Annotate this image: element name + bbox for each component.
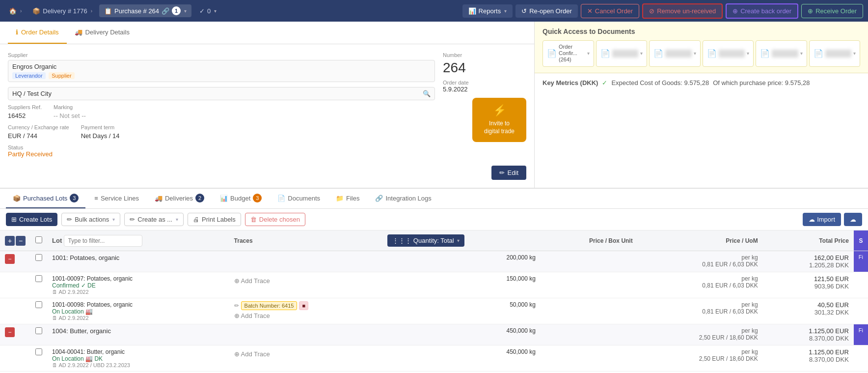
doc-blurred-3 [719, 50, 745, 57]
btab-documents-icon: 📄 [277, 195, 285, 202]
reports-icon: 📊 [468, 7, 476, 15]
btab-deliveries[interactable]: 🚚 Deliveries 2 [148, 189, 211, 208]
child-price-uom-2a: per kg2,50 EUR / 18,60 DKK [638, 345, 763, 372]
expand-all-button[interactable]: + [5, 236, 15, 246]
child-qty-1a: 150,000 kg [382, 272, 541, 298]
row-expand-1[interactable]: − [5, 254, 15, 264]
payment-value: Net Days / 14 [81, 132, 120, 140]
remove-icon: ⊘ [649, 7, 654, 15]
group-side-2[interactable]: Fi [854, 324, 868, 345]
lot-filter-input[interactable] [64, 235, 142, 247]
doc-chevron-0[interactable]: ▾ [587, 51, 590, 56]
number-value: 264 [443, 60, 469, 76]
add-trace-1b[interactable]: ⊕ Add Trace [234, 312, 378, 319]
export-button[interactable]: ☁ [844, 213, 862, 226]
receive-order-button[interactable]: ⊕ Receive Order [801, 4, 863, 18]
group-side-1[interactable]: Fi [854, 251, 868, 272]
delivery-breadcrumb[interactable]: 📦 Delivery # 1776 › [28, 5, 96, 17]
doc-item-4[interactable]: 📄 ▾ [756, 40, 807, 67]
col-price-uom: Price / UoM [638, 230, 763, 251]
payment-label: Payment term [81, 124, 120, 130]
order-date-label: Order date [443, 80, 469, 86]
tab-order-details[interactable]: ℹ Order Details [8, 22, 67, 44]
btab-documents[interactable]: 📄 Documents [271, 190, 327, 208]
edit-button[interactable]: ✏ Edit [491, 166, 526, 180]
invite-digital-trade-button[interactable]: ⚡ Invite todigital trade [472, 98, 526, 142]
reopen-button[interactable]: ↺ Re-open Order [515, 4, 578, 18]
delete-chosen-button[interactable]: 🗑 Delete chosen [245, 213, 305, 226]
status-value: Partly Received [8, 150, 435, 158]
doc-item-2[interactable]: 📄 ▾ [649, 40, 701, 67]
check-nav[interactable]: ✓ 0 ▾ [194, 5, 221, 17]
table-row: − 1001: Potatoes, organic 200,000 kg per… [0, 251, 868, 272]
remove-unreceived-button[interactable]: ⊘ Remove un-received [642, 3, 723, 19]
btab-service-lines[interactable]: ≡ Service Lines [87, 190, 146, 208]
row-checkbox-cell [30, 251, 47, 272]
btab-purchased-lots[interactable]: 📦 Purchased Lots 3 [6, 189, 85, 208]
create-as-button[interactable]: ✏ Create as ... ▾ [124, 213, 184, 226]
child-traces-1b: ✏ Batch Number: 6415 ■ ⊕ Add Trace [229, 298, 382, 324]
doc-order-confirm[interactable]: 📄 Order Confir... (264) ▾ [542, 40, 594, 67]
child-lot-2a: 1004-00041: Butter, organic On Location … [47, 345, 229, 372]
import-icon: ☁ [809, 216, 815, 223]
row-checkbox-1[interactable] [35, 254, 42, 261]
doc-chevron-5[interactable]: ▾ [853, 51, 856, 56]
suppliers-ref-value: 16452 [8, 112, 42, 119]
child-side-1a [854, 272, 868, 298]
group-price-box-2 [541, 324, 638, 345]
print-labels-button[interactable]: 🖨 Print Labels [188, 213, 241, 226]
bulk-actions-button[interactable]: ✏ Bulk actions ▾ [61, 213, 120, 226]
doc-chevron-1[interactable]: ▾ [640, 51, 643, 56]
print-icon: 🖨 [193, 216, 199, 223]
doc-chevron-4[interactable]: ▾ [800, 51, 803, 56]
lots-table: + − Lot Traces [0, 230, 868, 373]
purchase-nav[interactable]: 📋 Purchase # 264 🔗 1 ▾ [99, 4, 191, 17]
row-expand-2[interactable]: − [5, 327, 15, 337]
btab-integration-logs[interactable]: 🔗 Integration Logs [368, 190, 438, 208]
import-button[interactable]: ☁ Import [803, 213, 841, 226]
btab-files[interactable]: 📁 Files [329, 190, 366, 208]
reports-button[interactable]: 📊 Reports ▾ [462, 4, 513, 18]
check-badge: 0 [207, 7, 211, 15]
child-checkbox-1b[interactable] [35, 301, 42, 308]
receive-icon: ⊕ [808, 7, 813, 15]
btab-budget-badge: 3 [253, 194, 262, 202]
create-lots-button[interactable]: ⊞ Create Lots [6, 213, 57, 226]
row-checkbox-2[interactable] [35, 327, 42, 334]
collapse-all-button[interactable]: − [16, 236, 26, 246]
child-checkbox-2a[interactable] [35, 348, 42, 355]
select-all-checkbox[interactable] [35, 236, 42, 243]
doc-chevron-2[interactable]: ▾ [694, 51, 696, 56]
btab-budget[interactable]: 📊 Budget 3 [213, 189, 269, 208]
doc-item-3[interactable]: 📄 ▾ [703, 40, 754, 67]
supplier-tag2: Supplier [49, 72, 74, 79]
create-as-icon: ✏ [130, 216, 135, 223]
home-nav[interactable]: 🏠 › [5, 5, 26, 17]
btab-deliveries-icon: 🚚 [155, 195, 163, 202]
cancel-icon: ✕ [587, 7, 593, 15]
group-lot-name-1: 1001: Potatoes, organic [47, 251, 229, 272]
doc-item-5[interactable]: 📄 ▾ [809, 40, 861, 67]
quantity-total-button[interactable]: ⋮⋮⋮ Quantity: Total ▾ [387, 234, 464, 247]
metrics-purchase: Of which purchase price: 9.575,28 [713, 79, 810, 86]
child-total-1a: 121,50 EUR 903,96 DKK [763, 272, 854, 298]
doc-blurred-1 [612, 50, 639, 57]
supplier-name: Engros Organic [12, 63, 431, 70]
add-trace-1a[interactable]: ⊕ Add Trace [234, 277, 378, 285]
link-icon: 🔗 [162, 7, 169, 15]
doc-chevron-3[interactable]: ▾ [747, 51, 749, 56]
col-quantity: ⋮⋮⋮ Quantity: Total ▾ [382, 230, 541, 251]
add-trace-2a[interactable]: ⊕ Add Trace [234, 350, 378, 358]
group-traces-1 [229, 251, 382, 272]
col-side: S [854, 230, 868, 251]
tab-delivery-details[interactable]: 🚚 Delivery Details [67, 22, 137, 44]
child-price-box-1b [541, 298, 638, 324]
cancel-order-button[interactable]: ✕ Cancel Order [581, 4, 639, 18]
create-backorder-button[interactable]: ⊕ Create back order [726, 3, 798, 19]
child-checkbox-1a [30, 272, 47, 298]
group-total-2: 1.125,00 EUR 8.370,00 DKK [763, 324, 854, 345]
home-chevron: › [20, 8, 22, 14]
doc-item-1[interactable]: 📄 ▾ [596, 40, 648, 67]
child-checkbox-1a[interactable] [35, 275, 42, 282]
currency-label: Currency / Exchange rate [8, 124, 69, 130]
